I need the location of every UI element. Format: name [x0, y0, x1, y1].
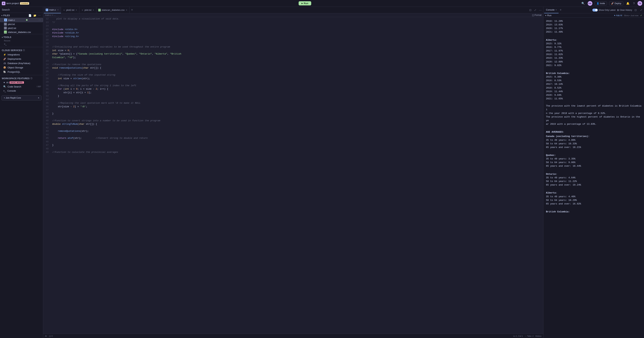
file-item-main-c[interactable]: C main.c ⋯	[0, 18, 43, 22]
clear-history-button[interactable]: 🗑 Clear History	[617, 9, 632, 11]
line-number: 22	[43, 52, 50, 56]
ask-ai-button[interactable]: ✦ Ask AI	[614, 14, 622, 17]
console-add-tab-button[interactable]: +	[558, 8, 563, 12]
tab-close-plot[interactable]: ×	[92, 9, 94, 11]
join-core-button[interactable]: + Join Replit Core ×	[2, 95, 42, 100]
console-line: 35 to 49 years: 4.46%	[546, 195, 642, 198]
run-button[interactable]: Run	[298, 1, 311, 6]
tab-more-button[interactable]: ⋯	[538, 8, 542, 12]
table-row: 49 //Function to caluclate the provincia…	[43, 150, 543, 154]
ask-ai-icon: ✦	[614, 14, 616, 17]
tab-add-button[interactable]: +	[130, 8, 134, 12]
line-code: */	[50, 21, 543, 24]
console-quebec-section: Quebec:	[546, 154, 642, 157]
help-button[interactable]: ?	[632, 2, 635, 5]
ai-item[interactable]: ✦ AI BASIC MODEL	[0, 81, 43, 85]
files-chevron-icon: ▾	[2, 15, 2, 17]
console-run-section[interactable]: ▾ Run	[545, 14, 552, 17]
new-file-button[interactable]: 📄	[28, 14, 32, 17]
table-row: 25 void removeQuotations(char str[]) {	[43, 66, 543, 70]
line-code: //Function to covert strings into a numb…	[50, 119, 543, 123]
tab-plot2-label: plot2.txt	[66, 9, 74, 11]
console-output: 2018: 11.28% 2019: 13.03% 2020: 11.17% 2…	[544, 18, 644, 338]
deployments-label: Deployments	[8, 58, 21, 60]
console-line: 2019: 11.33%	[546, 56, 642, 60]
table-row: 43 removeQuotations(str);	[43, 129, 543, 133]
console-tab-close-button[interactable]: ×	[556, 9, 557, 11]
files-section-header[interactable]: ▾ Files 📄 📁 ⋯	[0, 13, 43, 18]
files-more-button[interactable]: ⋯	[38, 14, 41, 17]
cloud-item-postgresql[interactable]: 🐘 PostgreSQL	[0, 70, 43, 74]
txt-file-icon-2: ≡	[4, 27, 7, 30]
tab-csv[interactable]: CSV statscan_diabetes.csv ×	[96, 7, 130, 13]
line-code	[50, 70, 543, 74]
plan-badge: Limited	[20, 2, 29, 5]
tab-plot-txt[interactable]: ≡ plot.txt ×	[79, 7, 96, 13]
invite-button[interactable]: 👤 Invite	[594, 2, 607, 6]
notification-button[interactable]: 🔔	[626, 2, 630, 6]
console-tabs: Console × + Show Only Latest 🗑 Clear His…	[544, 7, 644, 13]
code-editor[interactable]: 12 plot to display a visualization of sa…	[43, 17, 543, 334]
tab-plot2-txt[interactable]: ≡ plot2.txt ×	[61, 7, 79, 13]
console-line: 65 years and over: 18.44%	[546, 164, 642, 168]
toggle-switch-icon[interactable]	[592, 9, 598, 12]
status-right: Ln 1, Col 1 → Tabs: 2 History	[513, 335, 542, 337]
format-button[interactable]: { } Format	[532, 14, 542, 16]
file-item-plot2-txt[interactable]: ≡ plot2.txt	[0, 26, 43, 30]
file-name-csv: statscan_diabetes.csv	[8, 31, 31, 34]
console-line: 2019: 11.44%	[546, 90, 642, 93]
show-latest-toggle[interactable]: Show Only Latest	[592, 9, 616, 12]
console-run-label: Run	[547, 14, 552, 17]
line-number: 36	[43, 105, 50, 109]
tab-main-c[interactable]: C main.c ×	[44, 7, 61, 13]
tab-close-main-c[interactable]: ×	[57, 9, 59, 11]
tab-close-plot2[interactable]: ×	[75, 9, 77, 11]
tab-expand-button[interactable]: ⤢	[533, 8, 537, 12]
search-icon-button[interactable]: 🔍	[581, 2, 586, 6]
terminal-item[interactable]: >_	[0, 42, 43, 46]
invite-label: Invite	[600, 2, 605, 5]
line-number: 20	[43, 45, 50, 49]
console-expand-button[interactable]: ⤢	[639, 8, 643, 12]
cloud-item-object-storage[interactable]: 📦 Object Storage	[0, 65, 43, 70]
tab-txt-icon-2: ≡	[81, 9, 84, 11]
cloud-item-deployments[interactable]: 🚀 Deployments	[0, 57, 43, 61]
line-number: 23	[43, 59, 50, 63]
console-subbar-right: ✦ Ask AI 56ms • Just now ✓	[614, 14, 642, 17]
database-label: Database (Key/Value)	[8, 62, 30, 65]
table-row: Columbia", "\0"};	[43, 56, 543, 59]
console-item[interactable]: >_ Console	[0, 89, 43, 93]
search-section: Search	[0, 7, 43, 13]
new-folder-button[interactable]: 📁	[33, 14, 37, 17]
file-item-csv[interactable]: CSV statscan_diabetes.csv	[0, 30, 43, 34]
console-summary-low: The province with the lowest percent of …	[546, 104, 642, 115]
deployments-icon: 🚀	[3, 57, 6, 60]
status-ln-col: Ln 1, Col 1	[513, 335, 523, 337]
table-row: 19	[43, 42, 543, 45]
cloud-item-database[interactable]: 🗃 Database (Key/Value)	[0, 61, 43, 65]
line-number: 19	[43, 42, 50, 45]
file-menu-button[interactable]: ⋯	[38, 19, 41, 22]
tab-split-button[interactable]: ⊡	[528, 8, 532, 12]
deploy-button[interactable]: 🚀 Deploy	[609, 2, 623, 6]
console-line: 2019: 13.03%	[546, 23, 642, 27]
line-code: int size = 0;	[50, 49, 543, 52]
clear-icon: 🗑	[617, 9, 619, 11]
console-tab-active[interactable]: Console ×	[544, 7, 558, 13]
file-item-plot-txt[interactable]: ≡ plot.txt	[0, 22, 43, 26]
cloud-item-integrations[interactable]: ⚡ Integrations	[0, 52, 43, 57]
table-row: 37	[43, 108, 543, 112]
console-split-button[interactable]: ⊡	[634, 8, 638, 12]
editor-tabs: C main.c × ≡ plot2.txt × ≡ plot.txt × CS…	[43, 7, 543, 13]
console-line	[546, 206, 642, 209]
tab-csv-icon: CSV	[98, 9, 101, 11]
line-code: Columbia", "\0"};	[50, 56, 543, 59]
line-code	[50, 140, 543, 144]
tab-close-csv[interactable]: ×	[126, 9, 128, 11]
tools-chevron-icon: ▾	[2, 36, 3, 38]
status-history[interactable]: History	[535, 335, 542, 337]
code-search-item[interactable]: 🔍 Code Search ⇧⌘F	[0, 85, 43, 89]
join-core-close-icon[interactable]: ×	[38, 97, 39, 99]
line-number: 31	[43, 87, 50, 91]
console-line: 2020: 11.17%	[546, 27, 642, 30]
